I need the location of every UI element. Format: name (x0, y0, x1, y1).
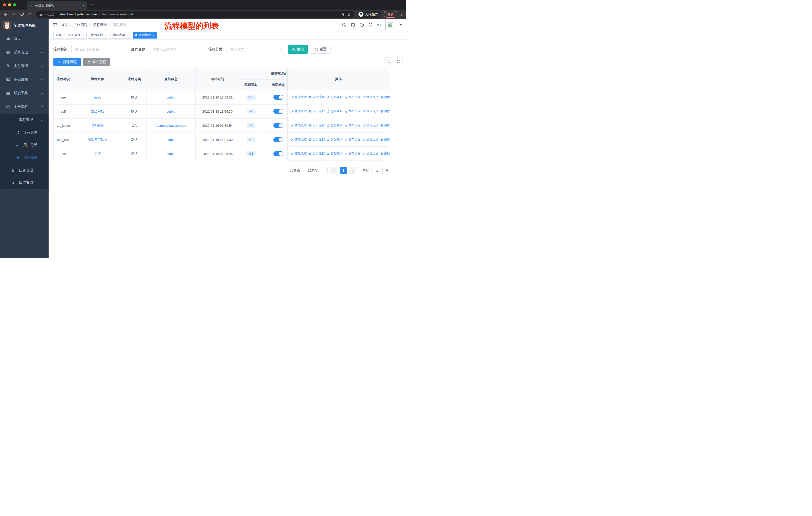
browser-menu-icon[interactable] (400, 12, 404, 16)
assign-rule-link[interactable]: 分配规则 (327, 152, 343, 156)
process-definition-link[interactable]: 流程定义 (362, 137, 378, 142)
avatar-caret-icon[interactable] (400, 24, 402, 26)
page-1-button[interactable]: 1 (340, 167, 347, 174)
form-info-link[interactable]: biubiu (167, 96, 175, 99)
publish-process-link[interactable]: 发布流程 (345, 109, 360, 113)
refresh-table-button[interactable] (395, 57, 403, 65)
sidebar-collapse-icon[interactable] (53, 22, 57, 27)
bookmark-star-icon[interactable] (347, 12, 351, 17)
key-icon[interactable] (341, 12, 345, 17)
tag-home[interactable]: 首页 (53, 32, 64, 38)
create-process-button[interactable]: ＋ 新建流程 (53, 58, 81, 66)
process-name-link[interactable]: eeee (94, 96, 101, 99)
process-definition-link[interactable]: 流程定义 (362, 123, 378, 128)
github-icon[interactable] (350, 22, 355, 27)
help-icon[interactable] (359, 22, 364, 27)
status-toggle[interactable] (273, 109, 283, 114)
publish-process-link[interactable]: 发布流程 (345, 137, 360, 142)
status-toggle[interactable] (273, 95, 283, 100)
sidebar-item-workflow[interactable]: 工作流程 (0, 100, 49, 114)
update-button[interactable]: 更新 (384, 11, 397, 18)
reload-icon[interactable] (19, 11, 25, 18)
publish-process-link[interactable]: 发布流程 (345, 95, 360, 99)
process-name-link[interactable]: 测试多审批人 (88, 138, 108, 141)
home-icon[interactable] (27, 11, 33, 18)
process-key-input[interactable] (71, 45, 127, 54)
form-info-link[interactable]: biubiu (167, 138, 175, 142)
status-toggle[interactable] (273, 137, 283, 142)
sidebar-item-user-group[interactable]: 用户分组 (0, 139, 49, 152)
security-label[interactable]: 不安全 (45, 12, 54, 17)
process-name-input[interactable] (149, 45, 204, 54)
delete-link[interactable]: 删除 (380, 95, 390, 99)
assign-rule-link[interactable]: 分配规则 (327, 137, 343, 142)
goto-page-input[interactable] (372, 167, 383, 174)
design-process-link[interactable]: 设计流程 (309, 137, 325, 142)
category-select[interactable]: 流程分类 (227, 45, 284, 54)
show-search-button[interactable] (384, 57, 393, 65)
edit-process-link[interactable]: 修改流程 (291, 123, 307, 128)
page-size-select[interactable]: 10条/页 (302, 167, 328, 174)
design-process-link[interactable]: 设计流程 (309, 109, 325, 113)
breadcrumb-workflow[interactable]: 工作流程 (74, 23, 88, 27)
new-tab-button[interactable]: + (91, 2, 93, 7)
edit-process-link[interactable]: 修改流程 (291, 137, 307, 142)
security-warning-icon[interactable] (39, 12, 43, 16)
minimize-window-button[interactable] (8, 3, 11, 6)
url-bar[interactable]: 不安全 dashboard.yudao.iocoder.cn/bpm/manag… (36, 11, 354, 18)
process-definition-link[interactable]: 流程定义 (362, 152, 378, 156)
edit-process-link[interactable]: 修改流程 (291, 152, 307, 156)
import-process-button[interactable]: 导入流程 (83, 58, 110, 66)
delete-link[interactable]: 删除 (380, 109, 390, 113)
sidebar-item-process-model[interactable]: 流程模型 (0, 152, 49, 164)
process-name-link[interactable]: 滔博 (94, 152, 101, 156)
sidebar-item-home[interactable]: 首页 (0, 32, 49, 46)
assign-rule-link[interactable]: 分配规则 (327, 123, 343, 128)
breadcrumb-process-mgmt[interactable]: 流程管理 (93, 23, 107, 27)
font-size-icon[interactable]: тT (377, 23, 381, 27)
forward-icon[interactable] (10, 11, 17, 18)
edit-process-link[interactable]: 修改流程 (291, 109, 307, 113)
sidebar-item-payment[interactable]: ¥ 支付管理 (0, 59, 49, 73)
sidebar-item-system[interactable]: 系统管理 (0, 46, 49, 59)
tag-process-model[interactable]: 流程模型× (133, 32, 157, 38)
sidebar-item-infra[interactable]: 基础设施 (0, 73, 49, 86)
form-info-link[interactable]: /bpm/oa/leave/create (155, 124, 186, 128)
sidebar-item-task-mgmt[interactable]: 任务管理 (0, 164, 49, 176)
tag-my-process[interactable]: 我的流程× (88, 32, 109, 38)
sidebar-item-process-mgmt[interactable]: 流程管理 (0, 114, 49, 126)
tag-close-icon[interactable]: × (153, 34, 154, 37)
tag-process-form[interactable]: 流程表单× (111, 32, 131, 38)
design-process-link[interactable]: 设计流程 (309, 152, 325, 156)
edit-process-link[interactable]: 修改流程 (291, 95, 307, 99)
design-process-link[interactable]: 设计流程 (309, 95, 325, 99)
tag-close-icon[interactable]: × (83, 34, 84, 37)
window-controls[interactable] (0, 3, 20, 6)
close-window-button[interactable] (3, 3, 6, 6)
delete-link[interactable]: 删除 (380, 152, 390, 156)
sidebar-item-process-form[interactable]: 流程表单 (0, 126, 49, 139)
reset-button[interactable]: 重置 (311, 45, 331, 54)
fullscreen-icon[interactable] (368, 22, 373, 27)
sidebar-item-leave-query[interactable]: 请假查询 (0, 176, 49, 189)
next-page-button[interactable]: › (349, 167, 356, 174)
search-icon[interactable] (342, 22, 346, 27)
publish-process-link[interactable]: 发布流程 (345, 152, 360, 156)
form-info-link[interactable]: biubiu (167, 110, 175, 113)
prev-page-button[interactable]: ‹ (330, 167, 337, 174)
process-definition-link[interactable]: 流程定义 (362, 109, 378, 113)
tag-tenant[interactable]: 租户管理× (66, 32, 87, 38)
process-name-link[interactable]: 自己审批 (91, 109, 104, 113)
assign-rule-link[interactable]: 分配规则 (327, 95, 343, 99)
status-toggle[interactable] (273, 123, 283, 128)
search-button[interactable]: 搜索 (288, 45, 308, 54)
assign-rule-link[interactable]: 分配规则 (327, 109, 343, 113)
tab-close-icon[interactable]: × (83, 3, 85, 7)
delete-link[interactable]: 删除 (380, 137, 390, 142)
tag-close-icon[interactable]: × (105, 34, 106, 37)
sidebar-item-devtools[interactable]: 研发工具 (0, 86, 49, 100)
form-info-link[interactable]: biubiu (167, 152, 175, 156)
process-definition-link[interactable]: 流程定义 (362, 95, 378, 99)
back-icon[interactable] (2, 11, 9, 18)
process-name-link[interactable]: OA 请假 (92, 124, 104, 127)
